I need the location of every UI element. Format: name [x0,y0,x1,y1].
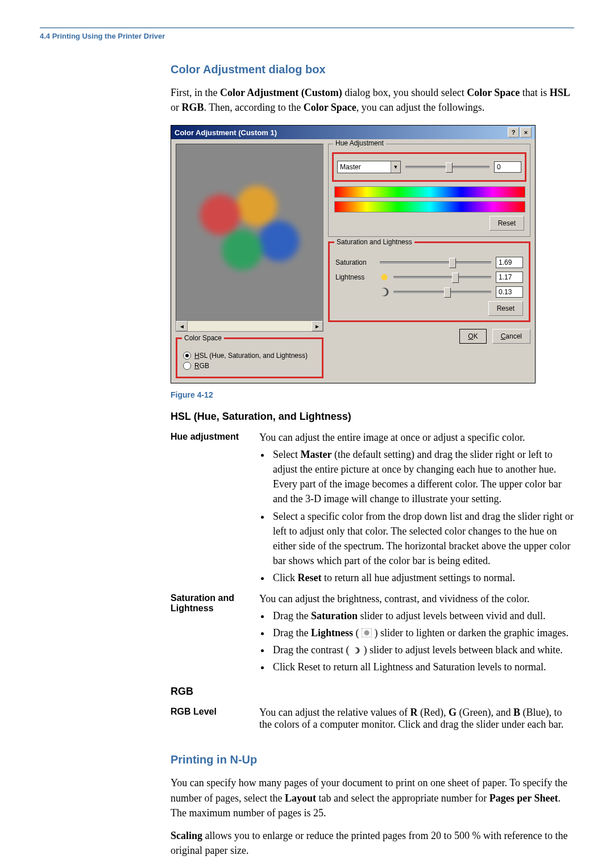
heading-hsl: HSL (Hue, Saturation, and Lightness) [171,411,574,423]
sl-bullet-3: Drag the contrast ( ) slider to adjust l… [271,642,574,657]
saturation-value[interactable]: 1.69 [496,257,523,268]
color-space-group: Color Space HSL (Hue, Saturation, and Li… [176,337,323,378]
sat-legend: Saturation and Lightness [334,238,414,246]
lightness-slider[interactable] [393,272,491,283]
hue-bullet-3: Click Reset to return all hue adjustment… [271,570,574,585]
dialog-titlebar[interactable]: Color Adjustment (Custom 1) ? × [171,126,535,139]
hue-value[interactable]: 0 [494,161,521,173]
lightness-label: Lightness [335,273,375,281]
breadcrumb: 4.4 Printing Using the Printer Driver [40,32,574,40]
hue-desc: You can adjust the entire image at once … [259,432,525,443]
term-hue-adjustment: Hue adjustment [171,432,259,442]
heading-rgb: RGB [171,686,574,698]
heading-color-adjustment: Color Adjustment dialog box [171,63,574,76]
nup-paragraph-1: You can specify how many pages of your d… [171,775,574,820]
hue-adjustment-group: Hue Adjustment Master ▼ 0 [328,144,530,237]
moon-inline-icon [352,646,361,654]
scroll-right-icon[interactable]: ► [312,321,323,331]
contrast-slider[interactable] [393,286,491,298]
satlight-reset-button[interactable]: Reset [488,301,523,316]
hue-legend: Hue Adjustment [333,139,386,147]
sl-bullet-1: Drag the Saturation slider to adjust lev… [271,608,574,623]
color-space-legend: Color Space [182,334,224,342]
sun-inline-icon [362,628,372,637]
radio-hsl[interactable]: HSL (Hue, Saturation, and Lightness) [183,352,316,360]
lightness-value[interactable]: 1.17 [496,272,523,283]
hue-spectrum-top [334,186,525,198]
figure-caption: Figure 4-12 [171,390,574,399]
chevron-down-icon[interactable]: ▼ [391,161,400,173]
dialog-title: Color Adjustment (Custom 1) [175,128,277,137]
term-rgb-level: RGB Level [171,707,259,717]
contrast-value[interactable]: 0.13 [496,286,523,298]
hue-reset-button[interactable]: Reset [489,216,524,231]
heading-nup: Printing in N-Up [171,753,574,766]
hue-spectrum-bottom [334,201,525,212]
moon-icon [380,287,389,297]
rgb-desc: You can adjust the relative values of R … [259,707,574,731]
help-icon[interactable]: ? [508,127,519,137]
term-sat-light: Saturation and Lightness [171,593,259,614]
ok-button[interactable]: OK [459,329,486,344]
nup-paragraph-2: Scaling allows you to enlarge or reduce … [171,828,574,858]
sun-icon [380,273,389,282]
sat-light-group: Saturation and Lightness Saturation 1.69… [328,241,530,322]
saturation-slider[interactable] [380,257,491,268]
close-icon[interactable]: × [520,127,532,137]
color-adjustment-dialog: Color Adjustment (Custom 1) ? × ◄ ► Colo… [171,125,536,383]
preview-image [176,144,323,321]
scroll-left-icon[interactable]: ◄ [176,321,188,331]
hue-slider[interactable] [405,161,489,173]
satlight-desc: You can adjust the brightness, contrast,… [259,593,530,604]
saturation-label: Saturation [335,258,375,266]
hue-bullet-1: Select Master (the default setting) and … [271,447,574,506]
cancel-button[interactable]: Cancel [492,329,530,344]
radio-rgb[interactable]: RGB [183,362,316,370]
intro-paragraph: First, in the Color Adjustment (Custom) … [171,85,574,115]
preview-scrollbar[interactable]: ◄ ► [176,321,323,332]
sl-bullet-2: Drag the Lightness ( ) slider to lighten… [271,625,574,640]
hue-target-select[interactable]: Master ▼ [337,161,401,173]
sl-bullet-4: Click Reset to return all Lightness and … [271,660,574,674]
hue-bullet-2: Select a specific color from the drop do… [271,509,574,568]
hue-select-value: Master [338,163,391,171]
